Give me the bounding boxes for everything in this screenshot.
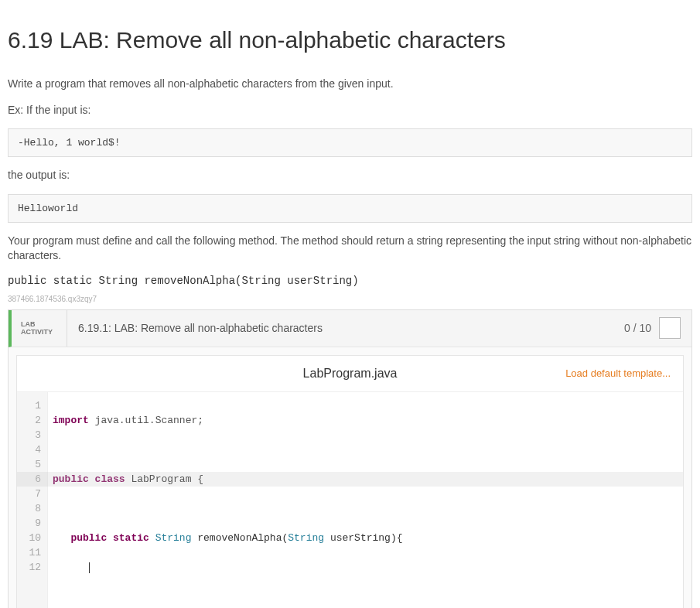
output-label: the output is: [8,168,692,183]
intro-text: Write a program that removes all non-alp… [8,77,692,92]
load-template-button[interactable]: Load default template... [565,367,671,379]
cursor-icon [89,562,90,573]
type-string5: String [149,532,192,544]
editor-wrap: LabProgram.java Load default template...… [9,347,691,608]
kw-public: public [53,473,89,485]
method-signature: public static String removeNonAlpha(Stri… [8,275,692,287]
example-label: Ex: If the input is: [8,103,692,118]
param5: userString){ [324,532,402,544]
kw-static5: static [107,532,149,544]
example-input-block: -Hello, 1 world$! [8,128,692,157]
method-note: Your program must define and call the fo… [8,234,692,264]
kw-public5: public [70,532,107,544]
indent5 [53,532,70,544]
lab-title: 6.19.1: LAB: Remove all non-alphabetic c… [67,310,613,347]
lab-header: LAB ACTIVITY 6.19.1: LAB: Remove all non… [9,310,691,347]
code-lines[interactable]: import java.util.Scanner; public class L… [48,392,683,608]
score-text: 0 / 10 [624,322,651,334]
code-editor[interactable]: 123456789101112 import java.util.Scanner… [17,392,683,608]
kw-class: class [89,473,125,485]
gutter: 123456789101112 [17,392,48,608]
param-type5: String [288,532,324,544]
class-name: LabProgram { [125,473,203,485]
example-output-block: Helloworld [8,194,692,223]
indent6 [53,562,89,573]
pkg-scanner: java.util.Scanner; [89,415,203,426]
small-id: 387466.1874536.qx3zqy7 [8,295,692,303]
page-title: 6.19 LAB: Remove all non-alphabetic char… [8,27,692,53]
lab-container: LAB ACTIVITY 6.19.1: LAB: Remove all non… [8,309,692,608]
editor-header: LabProgram.java Load default template... [17,356,683,392]
file-name: LabProgram.java [303,367,398,381]
lab-score: 0 / 10 [613,310,691,347]
editor-card: LabProgram.java Load default template...… [16,355,684,608]
lab-activity-label: LAB ACTIVITY [12,310,67,347]
score-box-icon [659,317,681,339]
method-name5: removeNonAlpha( [191,532,288,544]
kw-import: import [53,415,89,426]
